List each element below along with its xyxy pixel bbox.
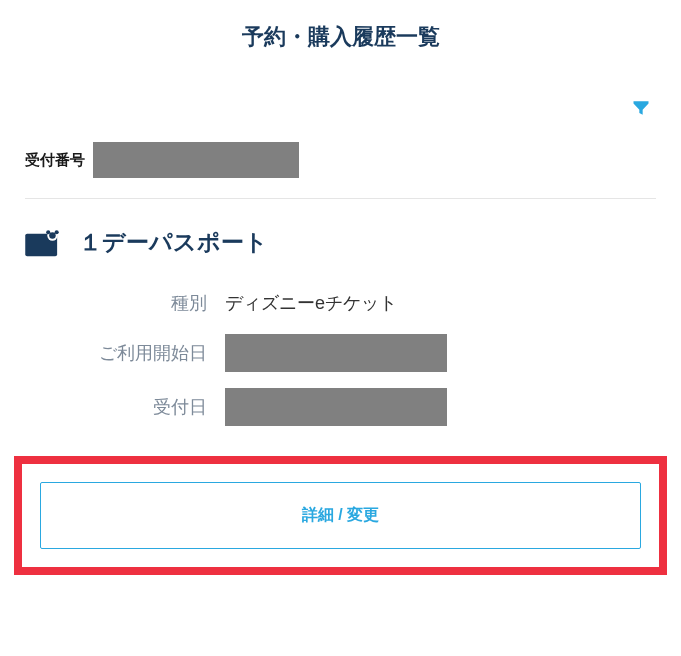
detail-value-receipt-date: [225, 388, 447, 426]
detail-change-button[interactable]: 詳細 / 変更: [40, 482, 641, 549]
product-header: １デーパスポート: [25, 199, 656, 280]
filter-icon[interactable]: [631, 98, 651, 118]
detail-value-type: ディズニーeチケット: [225, 291, 397, 315]
detail-label-type: 種別: [25, 291, 225, 315]
receipt-number-label: 受付番号: [25, 151, 85, 170]
detail-row-type: 種別 ディズニーeチケット: [25, 280, 656, 326]
filter-row: [0, 70, 681, 134]
detail-row-start-date: ご利用開始日: [25, 326, 656, 380]
detail-label-start-date: ご利用開始日: [25, 341, 225, 365]
detail-label-receipt-date: 受付日: [25, 395, 225, 419]
product-title: １デーパスポート: [79, 227, 268, 258]
receipt-number-row: 受付番号: [25, 134, 656, 198]
svg-point-4: [55, 230, 59, 234]
receipt-number-value: [93, 142, 299, 178]
ticket-icon: [25, 228, 63, 258]
svg-point-2: [49, 232, 56, 239]
page-title: 予約・購入履歴一覧: [0, 0, 681, 70]
svg-point-3: [46, 230, 50, 234]
highlight-box: 詳細 / 変更: [14, 456, 667, 575]
detail-row-receipt-date: 受付日: [25, 380, 656, 434]
detail-value-start-date: [225, 334, 447, 372]
